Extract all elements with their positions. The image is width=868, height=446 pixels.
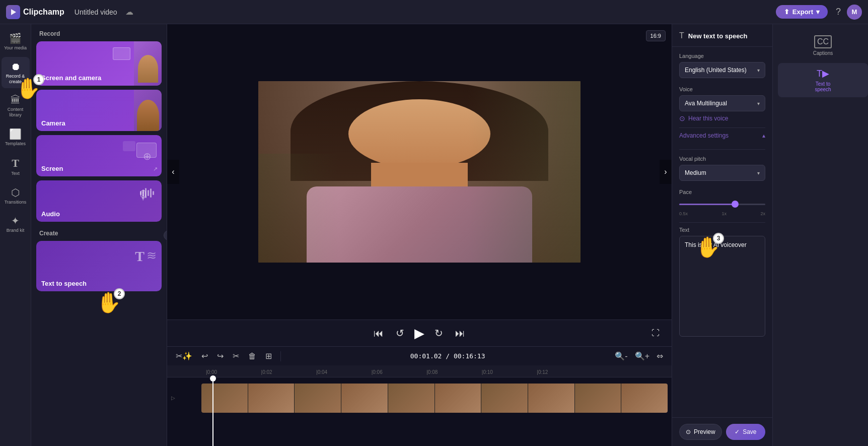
time-separator: / (446, 352, 454, 360)
next-clip-button[interactable]: › (660, 160, 672, 184)
sidebar-label-templates: Templates (5, 141, 26, 147)
video-thumb-6 (435, 384, 482, 413)
app-logo[interactable]: Clipchamp (6, 5, 64, 19)
sidebar-item-record-create[interactable]: ⏺ Record &create (2, 57, 30, 89)
tts-panel-button[interactable]: T▶ Text tospeech (778, 63, 868, 97)
timeline-ruler: |0:00 |0:02 |0:04 |0:06 |0:08 |0:10 |0:1… (167, 365, 672, 377)
video-thumb-2 (248, 384, 295, 413)
tts-track-row: 🔊 New text to speech ⠿ (167, 414, 672, 429)
export-dropdown-icon: ▾ (816, 8, 820, 16)
camera-card[interactable]: Camera (36, 90, 162, 131)
preview-icon: ⊙ (686, 428, 691, 435)
voice-section: Voice Ava Multilingual ▾ ⊙ Hear this voi… (672, 84, 772, 149)
vocal-pitch-dropdown-arrow: ▾ (757, 170, 760, 176)
video-title[interactable]: Untitled video (75, 8, 117, 16)
audio-card[interactable]: 🎙 Audio (36, 180, 162, 222)
fullscreen-button[interactable]: ⛶ (649, 327, 662, 340)
right-combined-panel: T New text to speech Language English (U… (672, 24, 868, 446)
fit-to-window-button[interactable]: ⇔ (654, 350, 666, 362)
magic-cut-button[interactable]: ✂✨ (173, 350, 195, 362)
content-panel: Record Screen and camera Camera (31, 24, 167, 446)
advanced-settings-button[interactable]: Advanced settings ▴ (679, 128, 765, 143)
text-section: Text (672, 223, 772, 345)
audio-label: Audio (36, 206, 65, 222)
sidebar-item-content-library[interactable]: 🏛 Content library (2, 90, 30, 122)
playhead-handle[interactable] (210, 375, 216, 381)
right-icon-panel: CC Captions T▶ Text tospeech (772, 24, 868, 446)
sidebar-item-transitions[interactable]: ⬡ Transitions (2, 182, 30, 209)
sidebar-label-record-create: Record &create (6, 74, 25, 85)
sidebar-item-your-media[interactable]: 🎬 Your media (2, 28, 30, 55)
sidebar-item-brand-kit[interactable]: ✦ Brand kit (2, 211, 30, 237)
export-label: Export (792, 8, 813, 16)
your-media-icon: 🎬 (9, 32, 22, 44)
screen-label: Screen (36, 161, 68, 176)
video-thumb-5 (388, 384, 435, 413)
vocal-pitch-section: Vocal pitch Medium ▾ (672, 150, 772, 187)
captions-panel-button[interactable]: CC Captions (778, 30, 868, 61)
topbar-icons: ? M (834, 5, 862, 20)
topbar: Clipchamp Untitled video ☁ ⬆ Export ▾ ? … (0, 0, 868, 24)
hear-voice-button[interactable]: ⊙ Hear this voice (679, 111, 728, 125)
pace-markers: 0.5x 1x 2x (679, 211, 765, 216)
video-thumb-1 (201, 384, 248, 413)
ruler-mark-12: |0:12 (537, 369, 548, 375)
play-button[interactable]: ▶ (414, 326, 424, 341)
skip-to-end-button[interactable]: ⏭ (453, 326, 467, 341)
preview-button[interactable]: ⊙ Preview (679, 424, 722, 440)
tts-right-icon: T▶ (817, 68, 829, 79)
language-dropdown-arrow: ▾ (757, 68, 760, 73)
ruler-mark-10: |0:10 (482, 369, 493, 375)
add-to-timeline-button[interactable]: ⊞ (263, 350, 274, 362)
save-button[interactable]: ✓ Save (726, 424, 765, 440)
video-track-strip[interactable] (201, 384, 668, 413)
ruler-mark-4: |0:04 (316, 369, 327, 375)
pace-marker-fast: 2x (760, 211, 765, 216)
cloud-save-icon: ☁ (125, 7, 133, 17)
cut-button[interactable]: ✂ (230, 350, 242, 362)
zoom-in-button[interactable]: 🔍+ (632, 350, 652, 362)
tts-text-input[interactable] (679, 236, 765, 337)
language-section: Language English (United States) ▾ (672, 47, 772, 84)
help-button[interactable]: ? (834, 5, 843, 19)
zoom-out-button[interactable]: 🔍- (612, 350, 630, 362)
zoom-controls: 🔍- 🔍+ ⇔ (612, 350, 666, 362)
captions-icon: CC (814, 35, 832, 48)
record-create-icon: ⏺ (11, 61, 21, 73)
vocal-pitch-select[interactable]: Medium ▾ (679, 165, 765, 181)
pace-marker-normal: 1x (721, 211, 727, 216)
tts-card-label: Text to speech (41, 280, 87, 287)
skip-to-start-button[interactable]: ⏮ (372, 326, 386, 341)
aspect-ratio-badge[interactable]: 16:9 (646, 30, 666, 41)
pace-slider[interactable] (679, 199, 765, 209)
sidebar-item-text[interactable]: T Text (2, 153, 30, 180)
sidebar-label-your-media: Your media (4, 45, 27, 51)
delete-button[interactable]: 🗑 (246, 350, 259, 362)
language-select[interactable]: English (United States) ▾ (679, 62, 765, 78)
prev-clip-button[interactable]: ‹ (167, 160, 179, 184)
screen-card[interactable]: ⊕ Screen ↗ (36, 135, 162, 176)
voice-value: Ava Multilingual (685, 100, 727, 107)
create-section-header: Create (31, 222, 167, 241)
tts-panel-header: T New text to speech (672, 24, 772, 47)
export-button[interactable]: ⬆ Export ▾ (776, 5, 828, 19)
left-sidebar: 🎬 Your media ⏺ Record &create 🏛 Content … (0, 24, 31, 446)
create-cards: T ≋ Text to speech (31, 241, 167, 297)
undo-button[interactable]: ↩ (199, 350, 210, 362)
redo-button[interactable]: ↪ (214, 350, 226, 362)
pace-thumb[interactable] (732, 201, 739, 208)
current-time: 00:01.02 (410, 352, 442, 360)
video-thumb-7 (481, 384, 528, 413)
pace-fill (679, 204, 735, 205)
user-avatar[interactable]: M (847, 5, 862, 20)
timeline-toolbar: ✂✨ ↩ ↪ ✂ 🗑 ⊞ 00:01.02 / 00:16:13 🔍- 🔍+ ⇔ (167, 347, 672, 365)
pace-section: Pace 0.5x 1x 2x (672, 187, 772, 222)
screen-camera-card[interactable]: Screen and camera (36, 41, 162, 86)
fast-forward-button[interactable]: ↻ (432, 325, 445, 341)
text-icon: T (12, 157, 19, 170)
rewind-button[interactable]: ↺ (394, 325, 406, 341)
voice-select[interactable]: Ava Multilingual ▾ (679, 95, 765, 111)
sidebar-item-templates[interactable]: ⬜ Templates (2, 124, 30, 151)
sidebar-label-brand-kit: Brand kit (7, 228, 25, 233)
tts-card[interactable]: T ≋ Text to speech (36, 241, 162, 291)
